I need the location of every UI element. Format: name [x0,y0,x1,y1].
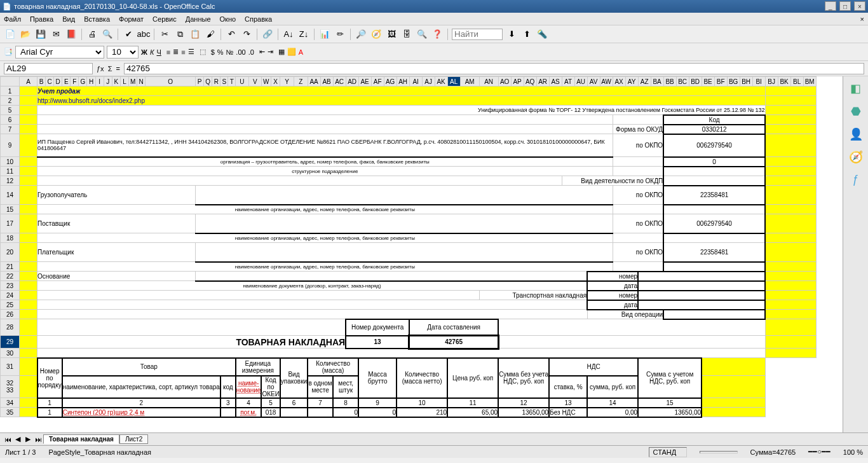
find-prev-icon[interactable]: ⬇ [505,28,518,41]
titlebar: 📄 товарная накладная_20170130_10-40-58.x… [0,0,868,13]
menu-format[interactable]: Формат [119,15,144,23]
pdf-icon[interactable]: 📕 [65,28,78,41]
sum-icon[interactable]: Σ [108,65,112,73]
font-name-select[interactable]: Arial Cyr [15,46,104,59]
find-input[interactable] [452,29,503,40]
status-zoom: 100 % [843,448,863,456]
styles-icon[interactable]: 📑 [4,48,13,56]
close-doc-button[interactable]: × [860,15,864,23]
menu-edit[interactable]: Правка [30,15,53,23]
table-row: 35 1 Синтепон (200 гр)шир 2,4 м пог.м. 0… [1,408,842,417]
sidebar-functions-icon[interactable]: ƒ [852,173,858,186]
cell-okud: 0330212 [663,125,765,134]
mail-icon[interactable]: ✉ [50,28,62,41]
minimize-button[interactable]: _ [825,1,836,11]
menu-tools[interactable]: Сервис [153,15,177,23]
chart-icon[interactable]: 📊 [318,28,331,41]
cell-reference-input[interactable] [4,63,93,74]
hyperlink-icon[interactable]: 🔗 [261,28,274,41]
active-cell[interactable]: 42765 [409,336,498,349]
merge-cells-icon[interactable]: ⬚ [200,48,206,56]
tab-prev-icon[interactable]: ◀ [13,435,23,443]
show-draw-icon[interactable]: ✏ [334,28,346,41]
open-icon[interactable]: 📂 [19,28,32,41]
autospell-icon[interactable]: abc [137,28,150,41]
function-wizard-icon[interactable]: ƒx [97,65,104,73]
help-icon[interactable]: ❓ [431,28,444,41]
menu-data[interactable]: Данные [186,15,211,23]
del-decimal-icon[interactable]: .0 [248,48,254,56]
tab-first-icon[interactable]: ⏮ [3,436,13,443]
maximize-button[interactable]: □ [839,1,851,11]
gallery-icon[interactable]: 🖼 [385,28,398,41]
cell-plat: Плательщик [37,243,196,262]
spellcheck-icon[interactable]: ✔ [122,28,135,41]
menu-insert[interactable]: Вставка [84,15,110,23]
align-justify-icon[interactable]: ☰ [188,48,194,56]
preview-icon[interactable]: 🔍 [101,28,114,41]
status-sheet: Лист 1 / 3 [5,448,36,456]
bold-icon[interactable]: Ж [141,48,147,56]
formula-input[interactable] [124,63,864,74]
find-icon[interactable]: 🔎 [355,28,367,41]
menu-help[interactable]: Справка [245,15,272,23]
navigator-icon[interactable]: 🧭 [370,28,383,41]
sidebar-gallery-icon[interactable]: 👤 [849,127,863,141]
cell-hint-struct: структурное подразделение [37,167,613,176]
fontcolor-icon[interactable]: A [299,48,303,56]
bgcolor-icon[interactable]: 🟨 [287,48,296,56]
italic-icon[interactable]: К [150,48,154,56]
tab-next-icon[interactable]: ▶ [23,435,33,443]
copy-icon[interactable]: ⧉ [173,28,186,41]
menu-file[interactable]: Файл [4,15,21,23]
sidebar-navigator-icon[interactable]: 🧭 [849,150,863,164]
sidebar-styles-icon[interactable]: ⬣ [851,104,861,118]
number-icon[interactable]: № [226,48,234,56]
close-button[interactable]: × [854,1,865,11]
dec-indent-icon[interactable]: ⇤ [259,48,265,56]
sort-desc-icon[interactable]: Z↓ [297,28,310,41]
format-paint-icon[interactable]: 🖌 [204,28,217,41]
cell-code-2: 22358481 [663,186,765,205]
print-icon[interactable]: 🖨 [86,28,98,41]
cell-doc-num: 13 [346,336,409,349]
datasources-icon[interactable]: 🗄 [400,28,413,41]
currency-icon[interactable]: $ [211,48,215,56]
tab-last-icon[interactable]: ⏭ [33,436,43,443]
save-icon[interactable]: 💾 [34,28,47,41]
cell-activity-label: Вид деятельности по ОКДП [562,176,663,186]
align-left-icon[interactable]: ≡ [166,48,170,56]
sidebar-properties-icon[interactable]: ◧ [850,81,861,95]
status-style: PageStyle_Товарная накладная [48,448,151,456]
underline-icon[interactable]: Ч [156,48,161,56]
align-right-icon[interactable]: ≡ [181,48,185,56]
redo-icon[interactable]: ↷ [240,28,253,41]
sheet-tab-2[interactable]: Лист2 [119,434,148,444]
cell-okpo-label: по ОКПО [613,134,663,157]
spreadsheet-grid[interactable]: ABCDEFGHIJKLMNOPQRSTUVWXYZAAABACADAEAFAG… [0,76,843,432]
cell-uchet: Учет продаж [37,86,766,96]
window-title: товарная накладная_20170130_10-40-58.xls… [14,0,215,13]
equals-icon[interactable]: = [116,65,119,73]
cell-doc-title: ТОВАРНАЯ НАКЛАДНАЯ [37,336,346,349]
cell-hint-org: организация – грузоотправитель, адрес, н… [37,157,613,167]
undo-icon[interactable]: ↶ [225,28,238,41]
new-icon[interactable]: 📄 [4,28,17,41]
sort-asc-icon[interactable]: A↓ [282,28,295,41]
find-all-icon[interactable]: 🔦 [536,28,548,41]
find-next-icon[interactable]: ⬆ [520,28,533,41]
zoom-icon[interactable]: 🔍 [416,28,428,41]
cell-code-3: 0062979540 [663,214,765,233]
cell-url[interactable]: http://www.buhsoft.ru/docs/index2.php [37,96,766,106]
borders-icon[interactable]: ▦ [278,48,285,56]
menu-window[interactable]: Окно [220,15,236,23]
font-size-select[interactable]: 10 [107,46,139,59]
paste-icon[interactable]: 📋 [189,28,201,41]
percent-icon[interactable]: % [217,48,224,56]
align-center-icon[interactable]: ≣ [173,48,179,56]
add-decimal-icon[interactable]: .00 [236,48,245,56]
cut-icon[interactable]: ✂ [158,28,171,41]
inc-indent-icon[interactable]: ⇥ [268,48,273,56]
menu-view[interactable]: Вид [62,15,75,23]
sheet-tab-active[interactable]: Товарная накладная [43,434,119,444]
